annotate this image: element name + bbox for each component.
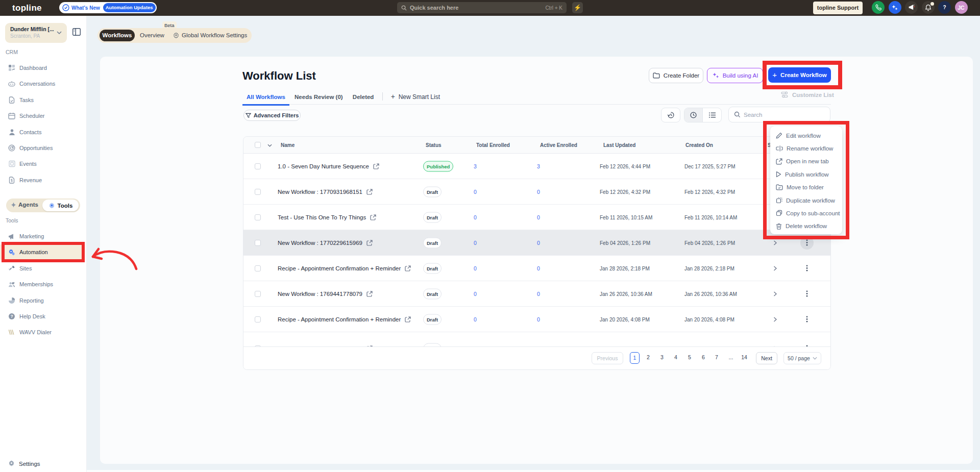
svg-text:JC: JC [958, 5, 965, 11]
svg-text:?: ? [10, 314, 13, 319]
svg-text:?: ? [943, 5, 946, 10]
